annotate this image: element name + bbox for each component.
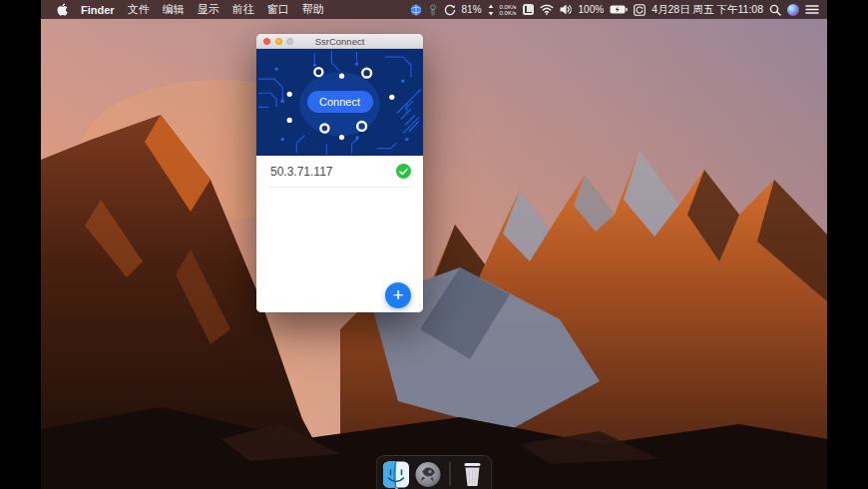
- finder-icon: [383, 461, 410, 488]
- row-separator: [269, 187, 410, 188]
- screenshot-frame: Finder 文件 编辑 显示 前往 窗口 帮助 81%: [0, 0, 868, 489]
- active-app-name[interactable]: Finder: [81, 4, 115, 16]
- connect-header: Connect: [256, 49, 423, 156]
- zoom-button[interactable]: [286, 38, 293, 45]
- net-speed-readout[interactable]: 0.0K/s 0.0K/s: [500, 4, 517, 16]
- connected-check-icon: [396, 164, 411, 179]
- dock-separator: [450, 462, 451, 486]
- sync-arrow-icon[interactable]: [444, 4, 456, 16]
- server-address: 50.3.71.117: [270, 165, 396, 179]
- notification-center-icon[interactable]: [805, 4, 819, 15]
- wifi-icon[interactable]: [540, 4, 554, 15]
- menu-file[interactable]: 文件: [128, 2, 150, 17]
- add-server-button[interactable]: +: [385, 282, 411, 308]
- sync-square-icon[interactable]: [634, 4, 646, 16]
- connect-button[interactable]: Connect: [307, 91, 373, 113]
- apple-menu-icon[interactable]: [57, 3, 68, 16]
- minimize-button[interactable]: [275, 38, 282, 45]
- volume-icon[interactable]: [560, 4, 573, 15]
- dock: [376, 455, 493, 489]
- menu-go[interactable]: 前往: [232, 2, 254, 17]
- window-controls: [263, 34, 293, 48]
- trash-icon: [459, 460, 485, 488]
- input-method-icon[interactable]: [523, 4, 534, 15]
- menu-view[interactable]: 显示: [198, 2, 219, 17]
- key-status-icon[interactable]: [428, 4, 438, 16]
- launchpad-icon: [415, 461, 442, 488]
- menu-edit[interactable]: 编辑: [163, 2, 185, 17]
- desktop: Finder 文件 编辑 显示 前往 窗口 帮助 81%: [41, 0, 827, 489]
- server-list: 50.3.71.117 +: [256, 156, 423, 312]
- net-down-value: 0.0K/s: [500, 10, 517, 16]
- updown-arrows-icon: [488, 4, 494, 16]
- menu-bar: Finder 文件 编辑 显示 前往 窗口 帮助 81%: [41, 0, 827, 19]
- window-title: SsrConnect: [315, 36, 365, 47]
- dock-item-launchpad[interactable]: [415, 461, 442, 488]
- menu-window[interactable]: 窗口: [267, 2, 289, 17]
- siri-icon[interactable]: [787, 4, 799, 16]
- ssrconnect-window: SsrConnect: [256, 34, 423, 312]
- monitor-percent[interactable]: 81%: [462, 4, 482, 15]
- globe-status-icon[interactable]: [410, 4, 422, 16]
- battery-percent[interactable]: 100%: [579, 4, 605, 15]
- close-button[interactable]: [263, 38, 270, 45]
- menubar-clock[interactable]: 4月28日 周五 下午11:08: [651, 3, 763, 17]
- battery-icon[interactable]: [610, 5, 628, 14]
- menu-help[interactable]: 帮助: [302, 2, 324, 17]
- server-row[interactable]: 50.3.71.117: [256, 156, 423, 187]
- dock-item-finder[interactable]: [383, 461, 410, 488]
- search-icon[interactable]: [769, 4, 781, 16]
- desktop-wallpaper: [41, 0, 827, 489]
- window-titlebar[interactable]: SsrConnect: [256, 34, 423, 49]
- dock-item-trash[interactable]: [459, 461, 486, 488]
